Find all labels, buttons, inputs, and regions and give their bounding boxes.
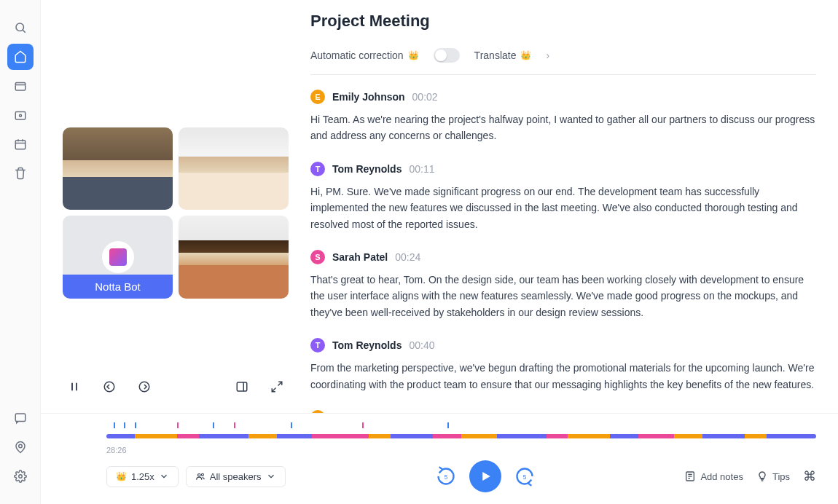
bot-label: Notta Bot <box>63 275 173 299</box>
skip-back-icon: 5 <box>436 466 456 487</box>
play-button[interactable] <box>469 460 501 492</box>
video-tile-participant-1[interactable] <box>63 127 173 210</box>
svg-rect-3 <box>15 112 26 120</box>
command-icon: ⌘ <box>803 468 816 484</box>
folder-nav[interactable] <box>7 73 34 99</box>
svg-point-10 <box>18 444 22 448</box>
svg-marker-23 <box>482 472 490 481</box>
speaker-name: Tom Reynolds <box>332 339 402 351</box>
svg-line-1 <box>23 30 25 32</box>
transcript-entry[interactable]: S Sarah Patel 00:24 That's great to hear… <box>310 250 816 320</box>
crown-icon: 👑 <box>520 50 531 60</box>
transcript-text: That's great to hear, Tom. On the design… <box>310 272 816 320</box>
speaker-avatar: T <box>310 338 325 353</box>
svg-point-21 <box>201 473 203 476</box>
calendar-nav[interactable] <box>7 131 34 157</box>
options-row: Automatic correction 👑 Translate 👑 › <box>310 48 816 75</box>
svg-line-18 <box>278 382 282 385</box>
home-nav[interactable] <box>7 44 34 70</box>
speaker-name: Sarah Patel <box>332 251 388 263</box>
translate-option[interactable]: Translate 👑 <box>474 50 532 61</box>
shared-icon <box>14 109 27 122</box>
svg-rect-5 <box>15 141 26 149</box>
svg-rect-2 <box>15 83 26 91</box>
transcript-entry[interactable]: T Tom Reynolds 00:11 Hi, PM. Sure. We've… <box>310 162 816 232</box>
auto-correction-option[interactable]: Automatic correction 👑 <box>310 50 419 61</box>
bottom-bar: 28:26 👑 1.25x All speakers 5 <box>41 413 838 504</box>
speaker-avatar: S <box>310 250 325 264</box>
play-icon <box>479 470 492 483</box>
trash-nav[interactable] <box>7 160 34 186</box>
svg-point-14 <box>104 382 114 392</box>
folder-icon <box>14 79 27 92</box>
fullscreen-button[interactable] <box>265 375 289 398</box>
pause-button[interactable] <box>63 375 86 398</box>
chat-nav[interactable] <box>7 405 34 431</box>
pause-icon <box>68 380 81 393</box>
svg-point-4 <box>19 114 21 117</box>
chevron-down-icon <box>266 471 276 481</box>
video-tile-bot[interactable]: Notta Bot <box>63 216 173 298</box>
forward-button[interactable] <box>133 375 156 398</box>
timeline[interactable] <box>106 422 816 443</box>
keyboard-shortcuts-button[interactable]: ⌘ <box>803 468 816 484</box>
fullscreen-icon <box>270 380 283 393</box>
svg-rect-16 <box>237 382 247 391</box>
crown-icon: 👑 <box>408 50 419 60</box>
calendar-icon <box>14 138 27 151</box>
auto-correction-toggle[interactable] <box>434 48 460 63</box>
timestamp: 00:02 <box>412 91 438 103</box>
speaker-avatar: E <box>310 90 325 104</box>
rewind-icon <box>103 380 116 393</box>
duration-label: 28:26 <box>106 446 816 454</box>
transcript-text: Hi, PM. Sure. We've made significant pro… <box>310 184 816 232</box>
settings-icon <box>14 470 27 483</box>
sidebar <box>0 0 41 504</box>
crown-icon: 👑 <box>116 471 127 481</box>
notes-icon <box>684 470 696 482</box>
transcript-text: Hi Team. As we're nearing the project's … <box>310 111 816 144</box>
chat-icon <box>14 412 27 425</box>
rewind-button[interactable] <box>98 375 121 398</box>
svg-point-11 <box>18 475 22 479</box>
tips-button[interactable]: Tips <box>756 470 790 482</box>
svg-point-0 <box>16 23 24 31</box>
transcript-list: E Emily Johnson 00:02 Hi Team. As we're … <box>310 90 816 413</box>
home-icon <box>14 50 27 63</box>
chevron-right-icon: › <box>546 50 549 61</box>
speaker-name: Tom Reynolds <box>332 163 402 175</box>
skip-back-button[interactable]: 5 <box>436 466 456 487</box>
skip-forward-button[interactable]: 5 <box>514 466 535 487</box>
shared-nav[interactable] <box>7 102 34 128</box>
svg-point-15 <box>139 382 149 392</box>
chevron-down-icon <box>159 471 169 481</box>
timestamp: 00:40 <box>409 339 434 351</box>
transcript-entry[interactable]: E Emily Johnson 00:02 Hi Team. As we're … <box>310 90 816 144</box>
location-icon <box>14 441 27 454</box>
svg-rect-9 <box>15 414 26 422</box>
panel-toggle-button[interactable] <box>230 375 254 398</box>
bulb-icon <box>756 470 768 482</box>
speed-selector[interactable]: 👑 1.25x <box>106 466 179 487</box>
search-nav[interactable] <box>7 15 34 41</box>
timestamp: 00:24 <box>395 251 420 263</box>
speaker-name: Emily Johnson <box>332 91 405 103</box>
video-tile-participant-2[interactable] <box>179 127 289 210</box>
video-tile-participant-3[interactable] <box>179 216 289 298</box>
speakers-filter[interactable]: All speakers <box>186 466 286 487</box>
svg-text:5: 5 <box>444 474 447 481</box>
svg-point-20 <box>197 474 200 477</box>
add-notes-button[interactable]: Add notes <box>684 470 743 482</box>
speaker-avatar: T <box>310 162 325 176</box>
users-icon <box>195 471 205 481</box>
transcript-panel: Project Meeting Automatic correction 👑 T… <box>303 0 838 413</box>
page-title: Project Meeting <box>310 12 816 31</box>
video-grid: Notta Bot <box>63 127 289 299</box>
settings-nav[interactable] <box>7 463 34 489</box>
skip-forward-icon: 5 <box>514 466 535 487</box>
svg-line-19 <box>272 388 275 392</box>
transcript-text: From the marketing perspective, we've be… <box>310 360 816 393</box>
timestamp: 00:11 <box>409 163 434 175</box>
location-nav[interactable] <box>7 434 34 460</box>
transcript-entry[interactable]: T Tom Reynolds 00:40 From the marketing … <box>310 338 816 393</box>
